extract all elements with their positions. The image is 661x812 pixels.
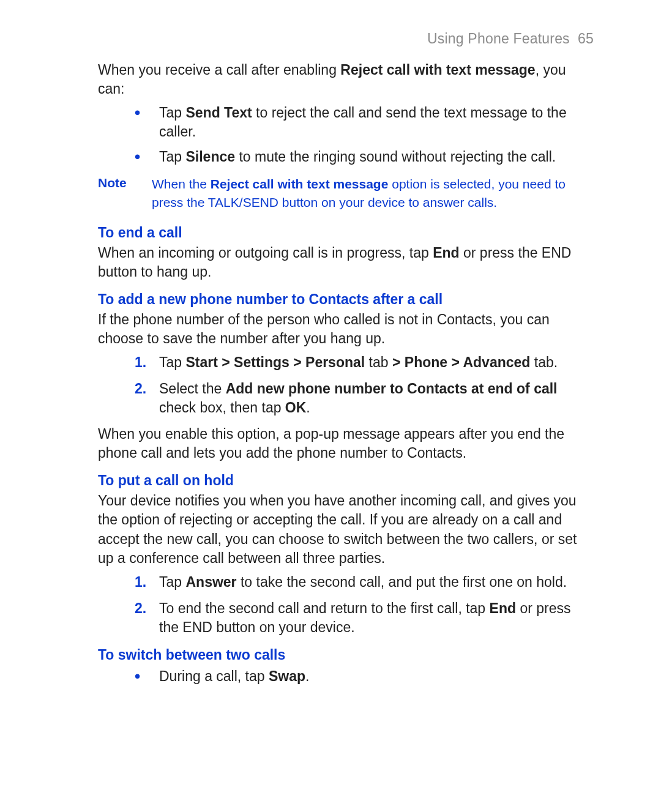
heading-end-call: To end a call <box>98 225 594 241</box>
switch-bullets: During a call, tap Swap. <box>98 667 594 686</box>
note-text: When the Reject call with text message o… <box>152 175 594 211</box>
list-item: During a call, tap Swap. <box>159 667 594 686</box>
heading-hold: To put a call on hold <box>98 472 594 489</box>
list-item: Tap Start > Settings > Personal tab > Ph… <box>159 353 594 372</box>
add-contact-steps: Tap Start > Settings > Personal tab > Ph… <box>98 353 594 417</box>
heading-add-contact: To add a new phone number to Contacts af… <box>98 291 594 308</box>
hold-intro: Your device notifies you when you have a… <box>98 491 594 567</box>
heading-switch: To switch between two calls <box>98 647 594 663</box>
list-item: Tap Send Text to reject the call and sen… <box>159 103 594 141</box>
add-contact-intro: If the phone number of the person who ca… <box>98 310 594 348</box>
list-item: To end the second call and return to the… <box>159 599 594 637</box>
note-label: Note <box>98 175 135 211</box>
add-contact-after: When you enable this option, a pop-up me… <box>98 425 594 463</box>
intro-paragraph: When you receive a call after enabling R… <box>98 61 594 99</box>
page-number: 65 <box>578 31 594 47</box>
intro-bullets: Tap Send Text to reject the call and sen… <box>98 103 594 166</box>
list-item: Select the Add new phone number to Conta… <box>159 379 594 417</box>
section-title: Using Phone Features <box>427 31 570 47</box>
hold-steps: Tap Answer to take the second call, and … <box>98 573 594 637</box>
list-item: Tap Silence to mute the ringing sound wi… <box>159 147 594 166</box>
list-item: Tap Answer to take the second call, and … <box>159 573 594 592</box>
manual-page: Using Phone Features 65 When you receive… <box>0 0 661 812</box>
page-header: Using Phone Features 65 <box>98 31 594 47</box>
end-call-text: When an incoming or outgoing call is in … <box>98 244 594 281</box>
note-block: Note When the Reject call with text mess… <box>98 175 594 211</box>
